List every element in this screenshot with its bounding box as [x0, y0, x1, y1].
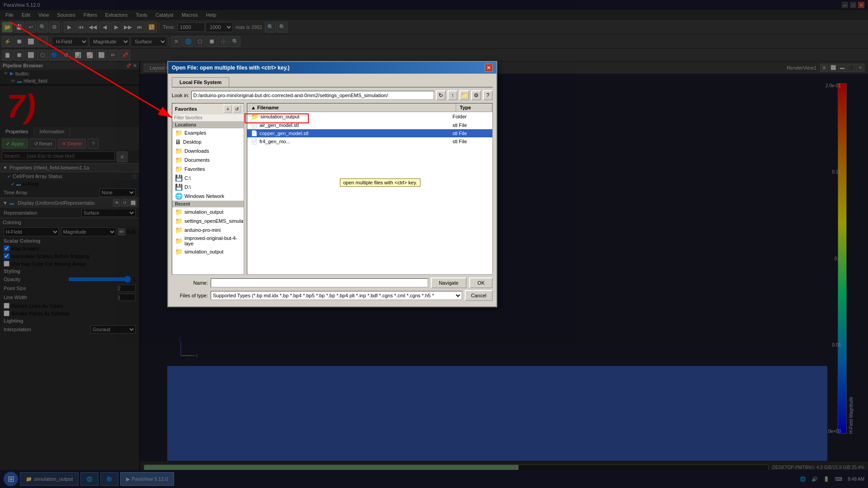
dialog-overlay: Open File: open multiple files with <ctr…: [0, 0, 868, 488]
type-col-header[interactable]: Type: [456, 103, 492, 112]
dialog-bottom: Name: Navigate OK Files of type: Support…: [172, 277, 493, 301]
filetype-4: stl File: [453, 139, 489, 144]
d-drive-label: D:\: [184, 184, 191, 190]
recent-label-1: simulation_output: [184, 209, 223, 215]
recent-label-4: improved-original-but-4-laye: [184, 235, 241, 246]
fav-add-btn[interactable]: +: [224, 105, 232, 113]
examples-icon: 📁: [175, 129, 183, 136]
file-copper-gen[interactable]: 📄 copper_gen_model.stl stl File: [247, 129, 492, 137]
navigate-button[interactable]: Navigate: [431, 277, 467, 288]
recent-improved[interactable]: 📁 improved-original-but-4-laye: [172, 235, 244, 247]
examples-label: Examples: [184, 130, 206, 136]
recent-label-5: simulation_output: [184, 249, 223, 254]
recent-settings[interactable]: 📁 settings_openEMS_simulatio: [172, 216, 244, 225]
filetype-3: stl File: [453, 131, 489, 136]
c-drive-label: C:\: [184, 175, 191, 181]
fav-header-btns: + ↺: [224, 105, 241, 113]
loc-documents[interactable]: 📁 Documents: [172, 155, 244, 164]
file-type-row: Files of type: Supported Types (*.bp md.…: [172, 290, 493, 301]
dialog-tabs: Local File System: [172, 77, 493, 88]
open-file-dialog: Open File: open multiple files with <ctr…: [167, 61, 497, 307]
fav-filter-input[interactable]: [172, 114, 244, 122]
file-list-items: 📁 simulation_output Folder 📄 air_gen_mod…: [247, 112, 492, 274]
filetype-2: stl File: [453, 122, 489, 128]
loc-c-drive[interactable]: 💾 C:\: [172, 174, 244, 183]
lookup-up-btn[interactable]: ↑: [448, 90, 458, 100]
dialog-titlebar: Open File: open multiple files with <ctr…: [168, 62, 496, 74]
file-type-select[interactable]: Supported Types (*.bp md.idx *.bp *.bp4 …: [211, 291, 462, 300]
lookup-row: Look in: ↻ ↑ 📁 ⚙ ?: [172, 90, 493, 100]
ok-button[interactable]: OK: [469, 277, 493, 288]
recent-icon-1: 📁: [175, 208, 183, 216]
lookup-path-input[interactable]: [191, 91, 434, 100]
loc-d-drive[interactable]: 💾 D:\: [172, 183, 244, 192]
lookin-label: Look in:: [172, 93, 189, 98]
loc-network[interactable]: 🌐 Windows Network: [172, 192, 244, 201]
lookup-help-btn[interactable]: ?: [483, 90, 493, 100]
files-of-type-label: Files of type:: [172, 293, 208, 298]
network-icon: 🌐: [175, 192, 183, 200]
loc-favorites[interactable]: 📁 Favorites: [172, 164, 244, 174]
name-row: Name: Navigate OK: [172, 277, 493, 288]
desktop-label: Desktop: [183, 139, 201, 145]
recent-label-2: settings_openEMS_simulatio: [184, 218, 244, 224]
documents-label: Documents: [184, 157, 210, 163]
loc-examples[interactable]: 📁 Examples: [172, 128, 244, 137]
documents-icon: 📁: [175, 156, 183, 164]
loc-downloads[interactable]: 📁 Downloads: [172, 146, 244, 155]
dialog-title: Open File: open multiple files with <ctr…: [172, 65, 290, 71]
desktop-icon: 🖥: [175, 138, 181, 145]
recent-section-label: Recent: [172, 201, 244, 207]
filename-3: copper_gen_model.stl: [259, 131, 451, 136]
recent-icon-4: 📁: [175, 237, 183, 244]
recent-simulation-output[interactable]: 📁 simulation_output: [172, 207, 244, 216]
lookup-new-folder-btn[interactable]: 📁: [459, 90, 469, 100]
file-list-header: ▲ Filename Type: [247, 103, 492, 112]
filename-1: simulation_output: [260, 114, 451, 119]
fav-refresh-btn[interactable]: ↺: [233, 105, 241, 113]
dialog-close-button[interactable]: ✕: [485, 64, 493, 72]
file-fr4-gen[interactable]: 📄 fr4_gen_mo... stl File: [247, 137, 492, 145]
recent-label-3: arduino-pro-mini: [184, 227, 221, 233]
recent-icon-3: 📁: [175, 226, 183, 234]
d-drive-icon: 💾: [175, 183, 183, 191]
filename-2: air_gen_model.stl: [259, 122, 451, 128]
downloads-icon: 📁: [175, 147, 183, 155]
favorites-locations-panel: Favorites + ↺ Locations 📁 Examples 🖥: [172, 103, 244, 275]
dialog-body: Local File System Look in: ↻ ↑ 📁 ⚙ ? Fav…: [168, 74, 496, 306]
favorites-icon: 📁: [175, 165, 183, 173]
stl-icon-1: 📄: [251, 122, 258, 128]
tab-local-file-system[interactable]: Local File System: [172, 77, 229, 87]
file-simulation-output[interactable]: 📁 simulation_output Folder: [247, 112, 492, 121]
lookup-options-btn[interactable]: ⚙: [471, 90, 481, 100]
favorites-item-label: Favorites: [184, 166, 205, 172]
favorites-header: Favorites + ↺: [172, 103, 244, 114]
name-input[interactable]: [211, 278, 428, 287]
recent-simulation-output-2[interactable]: 📁 simulation_output: [172, 247, 244, 256]
name-label: Name:: [172, 280, 208, 286]
recent-icon-2: 📁: [175, 217, 183, 225]
filetype-1: Folder: [453, 114, 489, 119]
folder-icon-1: 📁: [251, 113, 259, 120]
stl-icon-2: 📄: [251, 130, 258, 136]
favorites-label: Favorites: [175, 106, 197, 112]
dialog-content: Favorites + ↺ Locations 📁 Examples 🖥: [172, 103, 493, 275]
lookup-refresh-btn[interactable]: ↻: [436, 90, 446, 100]
cancel-button[interactable]: Cancel: [465, 290, 493, 301]
recent-arduino[interactable]: 📁 arduino-pro-mini: [172, 225, 244, 235]
svg-line-5: [10, 22, 172, 117]
file-list: ▲ Filename Type 📁 simulation_output Fold…: [247, 103, 493, 275]
c-drive-icon: 💾: [175, 174, 183, 182]
network-label: Windows Network: [184, 193, 224, 199]
filename-4: fr4_gen_mo...: [259, 139, 451, 144]
stl-icon-3: 📄: [251, 138, 258, 145]
downloads-label: Downloads: [184, 148, 209, 154]
file-air-gen[interactable]: 📄 air_gen_model.stl stl File: [247, 121, 492, 129]
recent-icon-5: 📁: [175, 248, 183, 255]
loc-desktop[interactable]: 🖥 Desktop: [172, 137, 244, 146]
filename-col-header[interactable]: ▲ Filename: [247, 103, 456, 112]
locations-section-label: Locations: [172, 122, 244, 128]
